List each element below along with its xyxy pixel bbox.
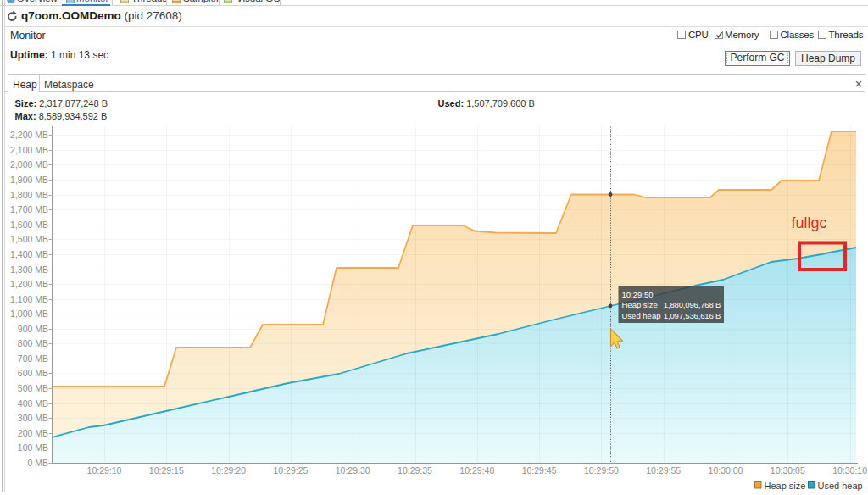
svg-text:100 MB: 100 MB xyxy=(18,442,48,453)
svg-text:10:29:55: 10:29:55 xyxy=(646,465,681,476)
svg-text:10:29:15: 10:29:15 xyxy=(149,465,184,476)
svg-text:10:29:30: 10:29:30 xyxy=(336,465,370,476)
svg-text:Heap size: Heap size xyxy=(622,300,658,309)
svg-text:10:30:00: 10:30:00 xyxy=(709,465,743,476)
svg-text:1,300 MB: 1,300 MB xyxy=(10,264,48,275)
svg-text:10:30:05: 10:30:05 xyxy=(771,465,805,476)
svg-text:10:29:35: 10:29:35 xyxy=(398,465,432,476)
svg-text:10:29:50: 10:29:50 xyxy=(622,290,654,299)
svg-text:700 MB: 700 MB xyxy=(18,353,48,364)
svg-text:1,900 MB: 1,900 MB xyxy=(10,175,48,185)
svg-text:1,200 MB: 1,200 MB xyxy=(10,279,48,289)
svg-text:1,700 MB: 1,700 MB xyxy=(10,204,48,214)
svg-text:2,100 MB: 2,100 MB xyxy=(10,145,48,155)
svg-text:800 MB: 800 MB xyxy=(18,338,48,348)
svg-text:400 MB: 400 MB xyxy=(18,398,48,409)
svg-text:10:29:20: 10:29:20 xyxy=(211,465,246,476)
svg-text:10:29:25: 10:29:25 xyxy=(273,465,308,476)
svg-text:10:29:40: 10:29:40 xyxy=(459,465,494,476)
svg-text:Heap size: Heap size xyxy=(765,481,806,491)
svg-text:1,000 MB: 1,000 MB xyxy=(10,309,48,319)
svg-text:1,400 MB: 1,400 MB xyxy=(10,249,48,259)
svg-text:10:29:10: 10:29:10 xyxy=(87,465,122,476)
svg-text:10:29:50: 10:29:50 xyxy=(584,465,619,476)
svg-text:Used heap: Used heap xyxy=(818,481,863,491)
svg-text:10:30:10: 10:30:10 xyxy=(832,465,867,476)
svg-text:0 MB: 0 MB xyxy=(27,458,48,468)
svg-text:2,200 MB: 2,200 MB xyxy=(10,130,48,140)
svg-text:1,097,536,616 B: 1,097,536,616 B xyxy=(664,311,721,320)
svg-text:600 MB: 600 MB xyxy=(18,368,48,378)
svg-text:300 MB: 300 MB xyxy=(18,413,48,423)
svg-text:1,800 MB: 1,800 MB xyxy=(10,190,48,200)
svg-text:1,500 MB: 1,500 MB xyxy=(10,234,48,244)
svg-text:1,100 MB: 1,100 MB xyxy=(10,294,48,304)
svg-text:2,000 MB: 2,000 MB xyxy=(10,159,48,170)
svg-text:1,880,096,768 B: 1,880,096,768 B xyxy=(664,300,721,309)
svg-text:200 MB: 200 MB xyxy=(18,428,48,438)
svg-text:fullgc: fullgc xyxy=(792,214,827,231)
svg-text:1,600 MB: 1,600 MB xyxy=(10,220,48,230)
svg-text:Used heap: Used heap xyxy=(622,311,661,320)
svg-text:900 MB: 900 MB xyxy=(18,324,48,334)
svg-text:10:29:45: 10:29:45 xyxy=(522,465,557,476)
svg-text:500 MB: 500 MB xyxy=(18,383,48,393)
